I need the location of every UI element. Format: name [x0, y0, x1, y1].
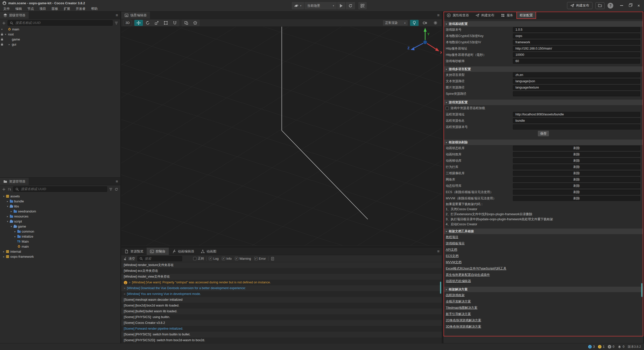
- field-input[interactable]: oops: [513, 33, 640, 38]
- ui-transform-tool-button[interactable]: [171, 20, 179, 26]
- asset-node-oops-framework[interactable]: ▸oops-framework: [0, 254, 120, 259]
- asset-node-Main[interactable]: TSMain: [0, 239, 120, 244]
- menu-item-2[interactable]: 编辑: [13, 6, 25, 12]
- reload-button[interactable]: [346, 2, 355, 10]
- filter-warning-checkbox[interactable]: ✓Warning: [235, 257, 251, 260]
- menu-item-8[interactable]: 帮助: [88, 6, 100, 12]
- console-log-row[interactable]: >[Window] Download the Vue Devtools exte…: [121, 285, 442, 291]
- menu-item-1[interactable]: 文件: [1, 6, 13, 12]
- section-doc-links[interactable]: ▾框架文档工具链接: [444, 229, 643, 234]
- doc-link[interactable]: ECS文档: [446, 254, 459, 258]
- camera-settings-button[interactable]: [421, 20, 429, 26]
- section-resource-config[interactable]: ▾游戏资源配置: [444, 100, 643, 105]
- chevron-right-icon[interactable]: ▸: [2, 250, 6, 253]
- doc-link[interactable]: 游戏模板项目: [446, 241, 465, 246]
- tab-framework-config[interactable]: 框架配置: [516, 12, 536, 19]
- solution-link[interactable]: Tiledmap地图解决方案: [446, 306, 477, 310]
- hierarchy-search-input[interactable]: 搜索名称或 UUID: [8, 20, 113, 26]
- module-remove-button[interactable]: 剔除: [513, 158, 640, 163]
- tab-console[interactable]: 动画编辑器: [169, 248, 197, 255]
- chevron-down-icon[interactable]: ▾: [2, 195, 6, 198]
- filter-icon[interactable]: [114, 21, 118, 25]
- checkbox-unchecked-icon[interactable]: [446, 107, 449, 110]
- field-input[interactable]: bundle: [513, 118, 640, 123]
- notification-badge[interactable]: 0: [618, 345, 624, 349]
- hierarchy-node-game[interactable]: game: [0, 37, 120, 42]
- console-log-row[interactable]: [Scene] [bullet]:bullet wasm lib loaded.: [121, 309, 442, 314]
- minimize-button[interactable]: [618, 2, 625, 9]
- console-log-row[interactable]: [Window] render_texture文件夹存在: [121, 262, 442, 268]
- menu-item-4[interactable]: 项目: [37, 6, 49, 12]
- expand-chevron-icon[interactable]: >: [124, 291, 125, 297]
- asset-node-common[interactable]: ▸common: [0, 229, 120, 234]
- render-mode-dropdown[interactable]: 正常渲染 ▾: [383, 20, 408, 26]
- open-project-folder-button[interactable]: [595, 2, 605, 9]
- scale-tool-button[interactable]: [152, 20, 161, 26]
- console-log-row[interactable]: [Scene] [PHYSICS2D]: switch from box2d-w…: [121, 337, 442, 343]
- menu-item-6[interactable]: 扩展: [61, 6, 73, 12]
- module-remove-button[interactable]: 剔除: [513, 152, 640, 157]
- scene-select-dropdown[interactable]: 当前场景 ▾: [304, 2, 337, 10]
- console-log-row[interactable]: [Scene] meshopt wasm decoder initialized: [121, 297, 442, 303]
- menu-item-7[interactable]: 开发者: [73, 6, 88, 12]
- chevron-down-icon[interactable]: ▾: [6, 220, 9, 223]
- menu-item-3[interactable]: 节点: [25, 6, 37, 12]
- asset-node-libs[interactable]: ▾libs: [0, 204, 120, 209]
- rect-tool-button[interactable]: [162, 20, 170, 26]
- hierarchy-node-root[interactable]: ▾root: [0, 32, 120, 37]
- panel-menu-icon[interactable]: ≡: [116, 179, 118, 184]
- section-solution-links[interactable]: ▾框架解决方案: [444, 287, 643, 292]
- console-log-row[interactable]: [Window] ecs文件夹存在: [121, 268, 442, 274]
- rotate-tool-button[interactable]: [143, 20, 152, 26]
- console-log-row[interactable]: >[Window] You are running Vue in develop…: [121, 291, 442, 297]
- tab-assets[interactable]: 资源管理器: [0, 178, 29, 185]
- close-button[interactable]: ×: [635, 2, 642, 9]
- doc-link[interactable]: 原生包热更新配置自动生成插件: [446, 273, 490, 277]
- chevron-right-icon[interactable]: ▸: [10, 210, 13, 213]
- doc-link[interactable]: 动画状态机编辑器: [446, 279, 471, 283]
- field-input[interactable]: zh,en: [513, 72, 640, 77]
- module-remove-button[interactable]: 剔除: [513, 190, 640, 195]
- asset-node-resources[interactable]: ▸resources: [0, 214, 120, 219]
- log-file-icon[interactable]: [271, 257, 274, 260]
- hierarchy-node-main[interactable]: ▾main: [0, 27, 120, 32]
- filter-icon[interactable]: [109, 187, 113, 191]
- maximize-button[interactable]: [626, 2, 634, 9]
- tab-scene-editor[interactable]: 场景编辑器: [121, 12, 150, 19]
- field-input[interactable]: http://localhost:8083/assets/bundle: [513, 112, 640, 117]
- chevron-right-icon[interactable]: ▸: [13, 230, 17, 233]
- panel-menu-icon[interactable]: ≡: [116, 13, 118, 18]
- panel-menu-icon[interactable]: ≡: [437, 13, 439, 18]
- lighting-toggle-button[interactable]: [410, 20, 419, 26]
- field-input[interactable]: language/texture: [513, 85, 640, 90]
- asset-node-internal[interactable]: ▸internal: [0, 249, 120, 254]
- tab-inspector[interactable]: 属性检查器: [444, 12, 472, 19]
- module-remove-button[interactable]: 剔除: [513, 177, 640, 182]
- field-input[interactable]: 10000: [513, 52, 640, 57]
- doc-link[interactable]: Excel格式转Json文件与TypeScript代码工具: [446, 267, 506, 271]
- console-log-row[interactable]: [Scene] Forward render pipeline initiali…: [121, 326, 442, 332]
- asset-node-game[interactable]: ▾game: [0, 224, 120, 229]
- chevron-down-icon[interactable]: ▾: [10, 225, 13, 228]
- error-count-badge[interactable]: × 0: [608, 345, 614, 348]
- refresh-icon[interactable]: [114, 187, 118, 191]
- expand-chevron-icon[interactable]: >: [124, 285, 125, 291]
- asset-node-bundle[interactable]: ▸bundle: [0, 199, 120, 204]
- field-input[interactable]: [513, 91, 640, 96]
- console-search-input[interactable]: 搜索: [137, 256, 182, 261]
- add-asset-icon[interactable]: [2, 187, 6, 191]
- help-button[interactable]: ?: [608, 3, 613, 9]
- scene-settings-button[interactable]: [431, 20, 440, 26]
- solution-link[interactable]: 全栈开发解决方案: [446, 299, 471, 304]
- chevron-down-icon[interactable]: ▾: [0, 28, 4, 31]
- warning-count-badge[interactable]: ! 1: [598, 345, 605, 348]
- field-input[interactable]: 1.0.5: [513, 27, 640, 32]
- inspector-scrollbar-thumb[interactable]: [641, 283, 642, 297]
- section-game-basic-config[interactable]: ▾游戏基础配置: [444, 21, 643, 27]
- filter-error-checkbox[interactable]: ✓Error: [254, 257, 266, 260]
- asset-node-script[interactable]: ▾script: [0, 219, 120, 224]
- panel-menu-icon[interactable]: ≡: [437, 249, 439, 254]
- tab-console-active[interactable]: 控制台: [147, 248, 169, 255]
- console-scrollbar-thumb[interactable]: [440, 282, 441, 294]
- console-log-row[interactable]: [Scene] Cocos Creator v3.8.2: [121, 320, 442, 326]
